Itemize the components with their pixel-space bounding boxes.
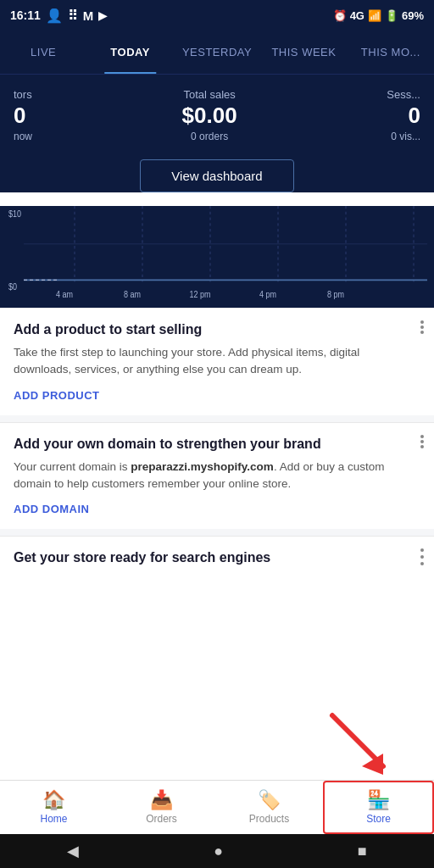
visitors-label: tors <box>14 88 32 101</box>
store-icon: 🏪 <box>367 791 390 810</box>
visitors-sub: now <box>14 131 32 142</box>
visitors-value: 0 <box>14 103 32 129</box>
total-sales-value: $0.00 <box>182 103 237 129</box>
tab-live[interactable]: LIVE <box>0 31 86 74</box>
home-icon: 🏠 <box>42 791 65 810</box>
tab-yesterday[interactable]: YESTERDAY <box>174 31 260 74</box>
card-add-product: Add a product to start selling Take the … <box>0 309 434 415</box>
sessions-sub: 0 vis... <box>387 131 420 142</box>
nav-item-orders[interactable]: 📥 Orders <box>108 781 215 834</box>
sales-chart: $10 $0 4 am 8 am 12 pm 4 pm 8 pm <box>7 206 427 301</box>
products-icon: 🏷️ <box>258 791 281 810</box>
card-menu-seo[interactable] <box>420 548 424 565</box>
chart-area: $10 $0 4 am 8 am 12 pm 4 pm 8 pm <box>0 206 434 308</box>
card-menu-add-product[interactable] <box>420 320 424 334</box>
nav-store-label: Store <box>366 813 391 825</box>
nav-home-label: Home <box>40 813 67 825</box>
content-area: Add a product to start selling Take the … <box>0 309 434 586</box>
arrow-indicator <box>324 707 400 787</box>
dashboard-header: tors 0 now Total sales $0.00 0 orders Se… <box>0 75 434 192</box>
card-seo: Get your store ready for search engines <box>0 537 434 586</box>
recent-button[interactable]: ■ <box>358 843 367 860</box>
sessions-metric: Sess... 0 0 vis... <box>387 88 420 142</box>
total-sales-label: Total sales <box>182 88 237 101</box>
card-add-domain-body: Your current domain is preparazzi.myshop… <box>14 459 420 493</box>
bottom-nav: 🏠 Home 📥 Orders 🏷️ Products 🏪 Store <box>0 780 434 834</box>
total-sales-metric: Total sales $0.00 0 orders <box>182 88 237 142</box>
total-sales-sub: 0 orders <box>182 131 237 142</box>
svg-text:$10: $10 <box>8 209 21 220</box>
svg-text:12 pm: 12 pm <box>189 289 210 299</box>
svg-marker-17 <box>362 754 383 775</box>
status-bar: 16:11 👤 ⠿ M ▶ ⏰ 4G 📶 🔋 69% <box>0 0 434 31</box>
sessions-label: Sess... <box>387 88 420 101</box>
card-add-domain-title: Add your own domain to strengthen your b… <box>14 437 420 452</box>
tab-thismonth[interactable]: THIS MO... <box>348 31 434 74</box>
svg-text:8 pm: 8 pm <box>327 289 344 299</box>
card-add-product-title: Add a product to start selling <box>14 322 420 337</box>
nav-orders-label: Orders <box>146 813 177 825</box>
svg-line-16 <box>332 715 383 766</box>
nav-item-home[interactable]: 🏠 Home <box>0 781 108 834</box>
nav-products-label: Products <box>249 813 289 825</box>
card-add-domain: Add your own domain to strengthen your b… <box>0 423 434 530</box>
home-button[interactable]: ● <box>214 843 223 860</box>
nav-item-store[interactable]: 🏪 Store <box>323 781 434 834</box>
metrics-row: tors 0 now Total sales $0.00 0 orders Se… <box>14 88 420 153</box>
status-time: 16:11 👤 ⠿ M ▶ <box>10 8 107 24</box>
svg-text:$0: $0 <box>8 281 17 292</box>
view-dashboard-button[interactable]: View dashboard <box>140 159 293 192</box>
nav-item-products[interactable]: 🏷️ Products <box>215 781 323 834</box>
card-seo-title: Get your store ready for search engines <box>14 550 420 565</box>
sessions-value: 0 <box>387 103 420 129</box>
card-menu-add-domain[interactable] <box>420 435 424 448</box>
visitors-metric: tors 0 now <box>14 88 32 142</box>
card-add-product-body: Take the first step to launching your st… <box>14 344 420 379</box>
add-product-link[interactable]: ADD PRODUCT <box>14 389 420 402</box>
svg-text:4 am: 4 am <box>56 289 73 299</box>
android-nav-bar: ◀ ● ■ <box>0 834 434 868</box>
svg-text:8 am: 8 am <box>124 289 141 299</box>
domain-name: preparazzi.myshopify.com <box>131 460 274 473</box>
tab-bar: LIVE TODAY YESTERDAY THIS WEEK THIS MO..… <box>0 31 434 75</box>
add-domain-link[interactable]: ADD DOMAIN <box>14 503 420 515</box>
tab-thisweek[interactable]: THIS WEEK <box>260 31 347 74</box>
tab-today[interactable]: TODAY <box>86 31 173 74</box>
orders-icon: 📥 <box>150 791 173 810</box>
status-icons: ⏰ 4G 📶 🔋 69% <box>333 9 424 22</box>
svg-text:4 pm: 4 pm <box>259 289 276 299</box>
back-button[interactable]: ◀ <box>67 842 79 860</box>
